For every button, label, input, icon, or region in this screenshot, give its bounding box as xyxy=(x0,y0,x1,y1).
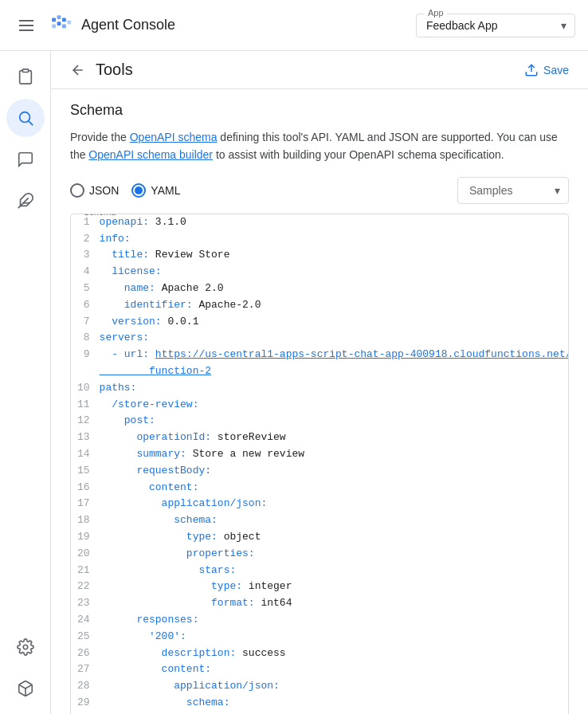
line-number: 8 xyxy=(71,330,100,347)
code-line-content: servers: xyxy=(100,330,569,347)
code-key: type: xyxy=(100,580,249,592)
schema-description: Provide the OpenAPI schema defining this… xyxy=(70,128,569,164)
line-number: 4 xyxy=(71,264,100,280)
code-value: success xyxy=(242,647,286,659)
table-row: 16 content: xyxy=(71,480,569,496)
code-value: Apache-2.0 xyxy=(198,299,261,311)
table-row: 8servers: xyxy=(71,330,569,347)
code-key: summary: xyxy=(100,448,193,460)
code-key: schema: xyxy=(100,514,218,526)
code-line-content: type: integer xyxy=(100,579,569,595)
svg-rect-0 xyxy=(52,18,56,22)
sidebar-item-clipboard[interactable] xyxy=(6,57,45,96)
code-line-content: schema: xyxy=(100,512,569,529)
code-line-content: summary: Store a new review xyxy=(100,446,569,463)
menu-button[interactable] xyxy=(13,14,40,37)
code-key: openapi: xyxy=(100,216,155,228)
svg-line-9 xyxy=(29,121,33,125)
sidebar-item-tools[interactable] xyxy=(6,99,45,137)
code-line-content: schema: xyxy=(100,695,569,712)
code-key: responses: xyxy=(100,614,199,626)
svg-point-8 xyxy=(19,112,29,123)
code-line-content: /store-review: xyxy=(100,397,569,414)
table-row: 17 application/json: xyxy=(71,496,569,512)
content-area: Tools Save Schema Provide the OpenAPI sc… xyxy=(51,51,588,714)
sidebar-item-chat[interactable] xyxy=(6,140,45,178)
code-line-content: post: xyxy=(100,413,569,430)
table-row: 7 version: 0.0.1 xyxy=(71,314,569,331)
svg-rect-5 xyxy=(62,24,66,28)
table-row: 11 /store-review: xyxy=(71,397,569,414)
code-key: license: xyxy=(100,265,162,277)
chevron-down-icon: ▾ xyxy=(561,19,566,32)
line-number: 6 xyxy=(71,297,100,314)
save-label: Save xyxy=(543,64,569,76)
line-number: 12 xyxy=(71,413,100,430)
code-value: object xyxy=(224,531,261,543)
schema-section: Schema Provide the OpenAPI schema defini… xyxy=(51,89,588,714)
code-key: description: xyxy=(100,647,242,659)
table-row: 12 post: xyxy=(71,413,569,430)
svg-rect-2 xyxy=(62,18,66,22)
line-number: 27 xyxy=(71,661,100,678)
code-key: properties: xyxy=(100,547,255,559)
sidebar-item-extensions[interactable] xyxy=(6,182,45,220)
table-row: 5 name: Apache 2.0 xyxy=(71,280,569,297)
code-line-content: info: xyxy=(100,231,569,248)
code-line-content: paths: xyxy=(100,380,569,397)
code-key: type: xyxy=(100,531,224,543)
table-row: 6 identifier: Apache-2.0 xyxy=(71,297,569,314)
code-line-content: - url: https://us-central1-apps-script-c… xyxy=(100,347,569,380)
line-number: 26 xyxy=(71,645,100,662)
svg-point-12 xyxy=(23,645,28,649)
code-key: name: xyxy=(100,282,162,294)
code-line-content: identifier: Apache-2.0 xyxy=(100,297,569,314)
desc-text-3: to assist with building your OpenAPI sch… xyxy=(213,148,504,161)
table-row: 24 responses: xyxy=(71,612,569,629)
openapi-schema-link[interactable]: OpenAPI schema xyxy=(130,131,218,143)
code-line-content: title: Review Store xyxy=(100,247,569,264)
json-radio[interactable]: JSON xyxy=(70,183,119,198)
save-button[interactable]: Save xyxy=(524,63,569,77)
openapi-builder-link[interactable]: OpenAPI schema builder xyxy=(88,148,213,161)
code-value: integer xyxy=(249,580,292,592)
line-number: 19 xyxy=(71,529,100,546)
code-line-content: application/json: xyxy=(100,496,569,512)
table-row: 26 description: success xyxy=(71,645,569,662)
line-number: 9 xyxy=(71,347,100,380)
code-key: identifier: xyxy=(100,299,199,311)
yaml-radio-inner xyxy=(135,186,143,194)
line-number: 11 xyxy=(71,397,100,414)
code-key: info: xyxy=(100,233,131,245)
table-row: 9 - url: https://us-central1-apps-script… xyxy=(71,347,569,380)
code-value: storeReview xyxy=(218,431,286,443)
code-line-content: content: xyxy=(100,661,569,678)
line-number: 13 xyxy=(71,430,100,446)
code-key: /store-review: xyxy=(100,398,199,410)
line-number: 21 xyxy=(71,563,100,579)
app-selector-value: Feedback App xyxy=(426,19,498,32)
line-number: 7 xyxy=(71,314,100,331)
code-key: content: xyxy=(100,663,211,675)
code-editor[interactable]: Schema 1openapi: 3.1.02info:3 title: Rev… xyxy=(70,214,569,714)
desc-text-1: Provide the xyxy=(70,131,130,143)
samples-chevron-icon: ▾ xyxy=(555,184,560,197)
app-selector[interactable]: App Feedback App ▾ xyxy=(416,14,575,37)
code-key: paths: xyxy=(100,382,137,394)
code-line-content: stars: xyxy=(100,563,569,579)
url-link[interactable]: https://us-central1-apps-script-chat-app… xyxy=(100,348,569,377)
sidebar-item-settings[interactable] xyxy=(6,628,45,666)
line-number: 14 xyxy=(71,446,100,463)
table-row: 21 stars: xyxy=(71,563,569,579)
table-row: 15 requestBody: xyxy=(71,463,569,480)
yaml-radio[interactable]: YAML xyxy=(131,183,180,198)
save-icon xyxy=(524,63,539,77)
samples-dropdown[interactable]: Samples ▾ xyxy=(457,177,569,204)
code-line-content: type: object xyxy=(100,529,569,546)
code-key: servers: xyxy=(100,332,149,343)
back-button[interactable] xyxy=(70,62,86,78)
logo-icon xyxy=(49,13,75,38)
sidebar-item-cube[interactable] xyxy=(6,669,45,708)
table-row: 19 type: object xyxy=(71,529,569,546)
table-row: 27 content: xyxy=(71,661,569,678)
